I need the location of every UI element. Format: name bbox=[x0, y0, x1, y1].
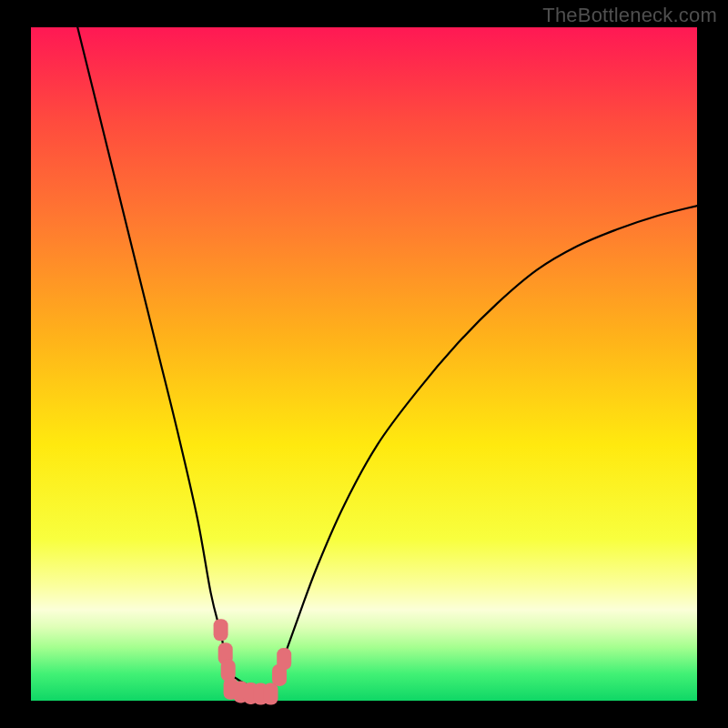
marker-pill bbox=[214, 619, 228, 641]
watermark-text: TheBottleneck.com bbox=[542, 4, 717, 27]
chart-frame: TheBottleneck.com bbox=[0, 0, 728, 728]
bottleneck-chart bbox=[0, 0, 728, 728]
plot-background bbox=[31, 27, 697, 701]
marker-pill bbox=[277, 648, 291, 670]
marker-pill bbox=[264, 683, 278, 705]
